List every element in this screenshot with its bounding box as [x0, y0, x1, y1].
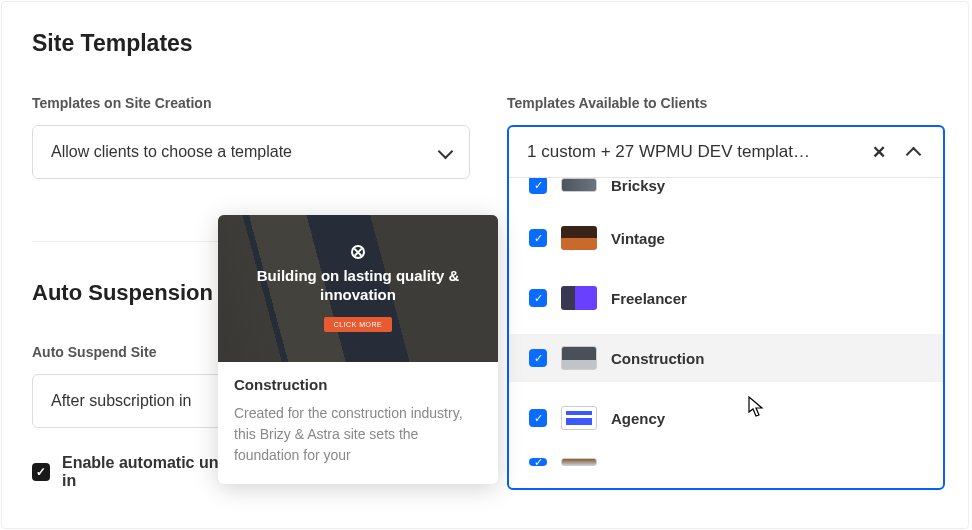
- preview-hero-image: Building on lasting quality & innovation…: [218, 215, 498, 362]
- template-option-freelancer[interactable]: ✓Freelancer: [509, 274, 943, 322]
- circle-x-icon: [351, 245, 365, 259]
- checkbox-checked-icon[interactable]: ✓: [529, 289, 547, 307]
- preview-cta: CLICK MORE: [324, 317, 393, 332]
- templates-creation-value: Allow clients to choose a template: [51, 143, 292, 161]
- template-option-vintage[interactable]: ✓Vintage: [509, 214, 943, 262]
- templates-creation-select[interactable]: Allow clients to choose a template: [32, 125, 470, 179]
- templates-available-label: Templates Available to Clients: [507, 95, 938, 111]
- combobox-list[interactable]: ✓Bricksy✓Vintage✓Freelancer✓Construction…: [509, 178, 943, 488]
- checkbox-checked-icon[interactable]: ✓: [529, 178, 547, 194]
- template-thumbnail: [561, 178, 597, 192]
- template-thumbnail: [561, 346, 597, 370]
- template-thumbnail: [561, 286, 597, 310]
- templates-creation-label: Templates on Site Creation: [32, 95, 463, 111]
- template-option-construction[interactable]: ✓Construction: [509, 334, 943, 382]
- template-preview-tooltip: Building on lasting quality & innovation…: [218, 215, 498, 484]
- right-column: Templates Available to Clients 1 custom …: [507, 95, 938, 490]
- template-option-partial[interactable]: ✓: [509, 442, 943, 466]
- auto-suspend-value: After subscription in: [51, 392, 192, 410]
- template-thumbnail: [561, 458, 597, 466]
- preview-description: Created for the construction industry, t…: [234, 403, 482, 466]
- template-thumbnail: [561, 406, 597, 430]
- clear-icon[interactable]: [867, 140, 891, 164]
- checkbox-checked-icon[interactable]: ✓: [529, 349, 547, 367]
- preview-body: Construction Created for the constructio…: [218, 362, 498, 484]
- combobox-header[interactable]: 1 custom + 27 WPMU DEV templat…: [509, 127, 943, 178]
- templates-available-combobox[interactable]: 1 custom + 27 WPMU DEV templat… ✓Bricksy…: [507, 125, 945, 490]
- chevron-down-icon: [440, 143, 451, 161]
- template-option-label: Freelancer: [611, 290, 687, 307]
- template-option-label: Agency: [611, 410, 665, 427]
- checkbox-checked-icon[interactable]: ✓: [529, 458, 547, 466]
- checkbox-checked-icon[interactable]: ✓: [529, 409, 547, 427]
- preview-title: Construction: [234, 376, 482, 393]
- template-option-label: Bricksy: [611, 178, 665, 194]
- combobox-summary: 1 custom + 27 WPMU DEV templat…: [527, 142, 857, 162]
- template-option-label: Vintage: [611, 230, 665, 247]
- preview-slogan: Building on lasting quality & innovation: [218, 267, 498, 305]
- checkbox-checked-icon[interactable]: ✓: [32, 463, 50, 481]
- template-option-bricksy[interactable]: ✓Bricksy: [509, 178, 943, 202]
- template-thumbnail: [561, 226, 597, 250]
- combobox-open: 1 custom + 27 WPMU DEV templat… ✓Bricksy…: [507, 125, 945, 490]
- chevron-up-icon[interactable]: [901, 140, 925, 164]
- template-option-agency[interactable]: ✓Agency: [509, 394, 943, 442]
- checkbox-checked-icon[interactable]: ✓: [529, 229, 547, 247]
- page-title: Site Templates: [32, 30, 938, 57]
- template-option-label: Construction: [611, 350, 704, 367]
